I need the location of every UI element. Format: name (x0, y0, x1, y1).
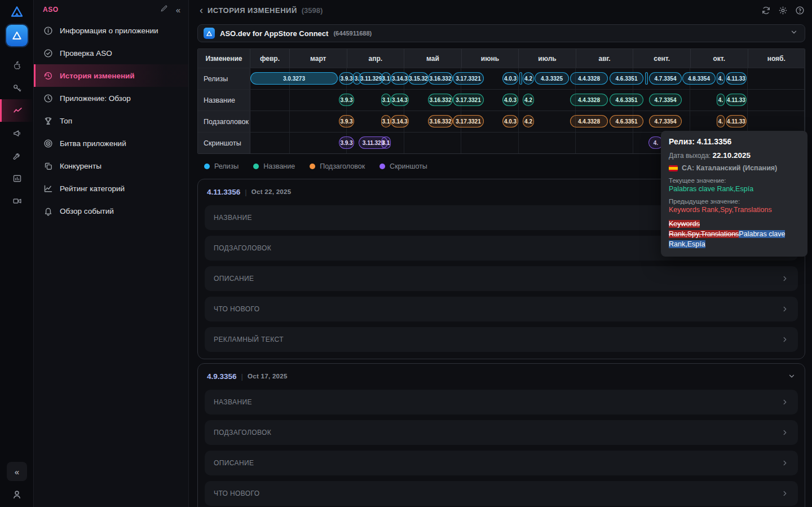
sidebar-item-check-circle[interactable]: Проверка ASO (34, 42, 188, 64)
field-row-ЧТО НОВОГО[interactable]: ЧТО НОВОГО (205, 481, 798, 506)
version-pill[interactable]: 3.17.3321 (453, 115, 484, 127)
version-pill[interactable]: 4.3.3325 (535, 72, 569, 85)
version-pill[interactable]: 4.11.33 (726, 115, 747, 127)
version-pill[interactable]: 3.0.3273 (250, 72, 338, 85)
rail-item-megaphone[interactable] (0, 122, 34, 144)
chevron-down-icon[interactable] (788, 372, 796, 380)
release-card-header[interactable]: 4.9.3356|Oct 17, 2025 (205, 368, 798, 384)
sidebar-item-history[interactable]: История изменений (34, 64, 188, 87)
current-app-icon[interactable] (6, 25, 28, 46)
field-row-ЧТО НОВОГО[interactable]: ЧТО НОВОГО (205, 297, 798, 321)
version-pill[interactable]: 4.0.3 (502, 72, 518, 85)
history-icon (43, 70, 53, 81)
version-pill[interactable]: 4.2 (523, 94, 534, 106)
field-row-РЕКЛАМНЫЙ ТЕКСТ[interactable]: РЕКЛАМНЫЙ ТЕКСТ (205, 327, 798, 352)
release-version[interactable]: 4.11.3356 (207, 188, 240, 196)
version-pill[interactable] (519, 72, 522, 85)
sidebar-item-chart-line[interactable]: Рейтинг категорий (34, 177, 188, 200)
rail-item-key[interactable] (0, 77, 34, 99)
rail-item-bar-chart[interactable] (0, 167, 34, 189)
legend-item[interactable]: Название (253, 162, 295, 170)
version-pill[interactable]: 4.4.3328 (570, 94, 608, 106)
aso-logo-icon (0, 2, 34, 21)
user-icon[interactable] (11, 489, 23, 502)
version-pill[interactable]: 4. (717, 72, 725, 85)
version-pill[interactable]: 3.9.3 (339, 115, 354, 127)
version-pill[interactable] (645, 72, 648, 85)
grid-cell (250, 90, 290, 111)
back-chevron-icon[interactable]: ‹ (200, 5, 203, 15)
version-pill[interactable]: 3.1 (381, 94, 391, 106)
field-row-ОПИСАНИЕ[interactable]: ОПИСАНИЕ (205, 266, 798, 291)
sidebar-item-info[interactable]: Информация о приложении (34, 19, 188, 42)
version-pill[interactable]: 4.0.3 (502, 94, 518, 106)
sidebar-item-clock[interactable]: Приложение: Обзор (34, 87, 188, 109)
version-pill[interactable]: 4.7.3354 (649, 72, 682, 85)
chart-line-icon (43, 183, 53, 193)
version-pill[interactable]: 3.17.3321 (453, 72, 484, 85)
grid-cell (519, 133, 576, 153)
legend-item[interactable]: Подзаголовок (310, 162, 365, 170)
version-pill[interactable]: 3.16.332 (428, 72, 453, 85)
row-label: Скриншоты (198, 133, 250, 153)
rail-item-wrench[interactable] (0, 144, 34, 167)
settings-gear-icon[interactable] (777, 5, 788, 16)
release-version[interactable]: 4.9.3356 (207, 372, 237, 381)
version-pill[interactable]: 3.16.332 (428, 94, 453, 106)
version-pill[interactable]: 3.17.3321 (453, 94, 484, 106)
rail-collapse-button[interactable]: « (7, 462, 27, 481)
version-pill[interactable]: 4.11.33 (726, 94, 747, 106)
version-pill[interactable]: 3.9.3 (339, 136, 354, 149)
version-pill[interactable]: 3.1 (381, 115, 391, 127)
version-pill[interactable]: 4. (717, 115, 725, 127)
version-pill[interactable]: 4.6.3351 (610, 94, 643, 106)
version-pill[interactable]: 4.7.3354 (649, 94, 682, 106)
version-pill[interactable]: 4.6.3351 (610, 115, 643, 127)
help-icon[interactable] (794, 5, 805, 16)
tooltip-current-value: Palabras clave Rank,Espía (669, 185, 800, 193)
version-pill[interactable]: 3.16.332 (428, 115, 453, 127)
field-row-ПОДЗАГОЛОВОК[interactable]: ПОДЗАГОЛОВОК (205, 420, 798, 445)
sidebar-collapse-icon[interactable]: « (176, 5, 180, 15)
version-pill[interactable]: 4.2 (523, 115, 534, 127)
field-row-НАЗВАНИЕ[interactable]: НАЗВАНИЕ (205, 390, 798, 415)
version-pill[interactable]: 3.14.3 (391, 72, 409, 85)
column-header-month: июнь (462, 49, 519, 68)
bar-chart-icon (12, 174, 22, 183)
apple-icon (12, 61, 22, 70)
legend-label: Релизы (214, 162, 239, 170)
field-row-ОПИСАНИЕ[interactable]: ОПИСАНИЕ (205, 451, 798, 475)
version-pill[interactable]: 4.7.3354 (649, 115, 682, 127)
rail-item-apple[interactable] (0, 54, 34, 77)
legend-item[interactable]: Скриншоты (379, 162, 427, 170)
sidebar-item-target[interactable]: Битва приложений (34, 132, 188, 155)
changes-count: (3598) (302, 6, 323, 15)
sidebar-item-trophy[interactable]: Топ (34, 109, 188, 132)
version-pill[interactable]: 4.0.3 (502, 115, 518, 127)
version-pill[interactable]: 4.6.3351 (610, 72, 643, 85)
version-pill[interactable]: 4.11.33 (726, 72, 747, 85)
version-pill[interactable]: 4.4.3328 (570, 115, 608, 127)
version-pill[interactable]: 3.9.3 (339, 94, 354, 106)
version-pill[interactable]: 3.1 (381, 72, 391, 85)
legend-item[interactable]: Релизы (204, 162, 239, 170)
version-pill[interactable]: 4.8.3354 (682, 72, 716, 85)
version-pill[interactable]: 4. (717, 94, 725, 106)
sidebar-item-bell[interactable]: Обзор событий (34, 200, 188, 222)
version-pill[interactable]: 4.2 (523, 72, 534, 85)
version-pill[interactable]: 3.1 (381, 136, 391, 149)
version-pill[interactable]: 3.14.3 (391, 115, 409, 127)
sidebar-item-copy[interactable]: Конкуренты (34, 155, 188, 177)
app-selector[interactable]: ASO.dev for AppStore Connect (6445911688… (197, 24, 805, 42)
sidebar-item-label: История изменений (60, 72, 135, 80)
version-pill[interactable]: 3.15.32 (408, 72, 429, 85)
rail-item-video[interactable] (0, 189, 34, 212)
edit-pencil-icon[interactable] (160, 5, 168, 15)
rail-item-line-chart[interactable] (0, 99, 34, 122)
column-header-month: февр. (250, 49, 290, 68)
refresh-icon[interactable] (760, 5, 771, 16)
version-pill[interactable]: 3.9.3 (339, 72, 354, 85)
version-pill[interactable]: 3.11.329 (359, 72, 383, 85)
version-pill[interactable]: 3.14.3 (391, 94, 409, 106)
version-pill[interactable]: 4.4.3328 (570, 72, 608, 85)
